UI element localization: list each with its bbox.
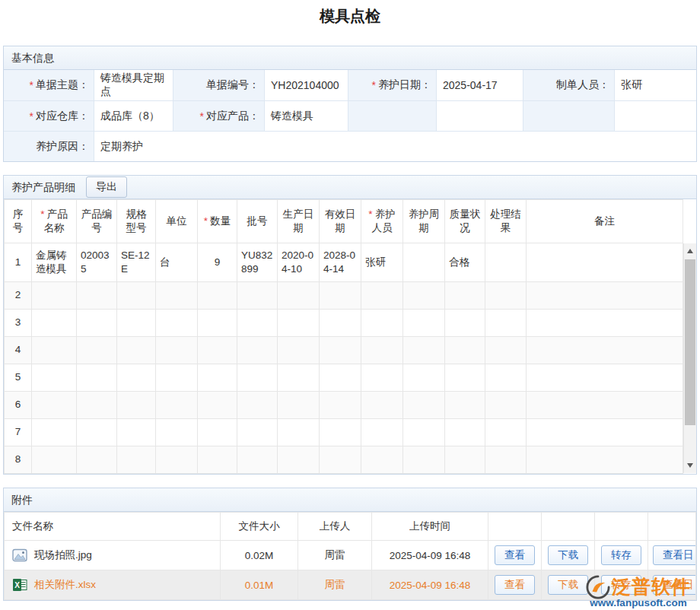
empty-value-cell [437, 101, 523, 132]
basic-info-panel: 基本信息 *单据主题： 铸造模具定期点 单据编号： YH202104000 *养… [3, 46, 697, 162]
cell-unit[interactable]: 台 [156, 243, 198, 282]
col-prod-date: 生产日期 [278, 200, 320, 243]
empty-cell [527, 419, 683, 446]
cell-product-code[interactable]: 020035 [77, 243, 117, 282]
empty-cell [445, 364, 485, 392]
detail-section-title: 养护产品明细 [11, 176, 75, 199]
required-marker: * [204, 215, 208, 227]
empty-cell [77, 446, 117, 474]
basic-info-grid: *单据主题： 铸造模具定期点 单据编号： YH202104000 *养护日期： … [4, 70, 696, 161]
col-action-3 [595, 513, 648, 541]
required-marker: * [368, 208, 372, 220]
empty-cell [320, 419, 361, 446]
cell-remark[interactable] [527, 243, 683, 282]
empty-cell [32, 392, 77, 419]
cell-seq: 1 [5, 243, 32, 282]
download-button[interactable]: 下载 [548, 545, 588, 565]
col-upload-time: 上传时间 [372, 513, 488, 541]
col-action-1 [488, 513, 542, 541]
view-button[interactable]: 查看 [495, 575, 535, 595]
empty-cell [32, 337, 77, 364]
empty-cell [527, 282, 683, 310]
empty-cell [117, 282, 156, 310]
product-value[interactable]: 铸造模具 [265, 101, 348, 132]
file-name-cell[interactable]: X 相关附件.xlsx [5, 570, 221, 600]
empty-cell [527, 337, 683, 364]
col-qty: *数量 [198, 200, 237, 243]
empty-cell [403, 310, 445, 337]
required-marker: * [40, 208, 44, 220]
empty-cell [320, 392, 361, 419]
empty-cell [403, 282, 445, 310]
empty-cell [77, 282, 117, 310]
date-value[interactable]: 2025-04-17 [437, 70, 523, 101]
transfer-button[interactable]: 转存 [601, 545, 641, 565]
col-batch: 批号 [237, 200, 278, 243]
col-file-size: 文件大小 [221, 513, 298, 541]
empty-cell [77, 364, 117, 392]
scrollbar-up-icon[interactable] [684, 245, 696, 257]
detail-empty-row: 6 [5, 392, 683, 419]
empty-cell [278, 419, 320, 446]
empty-cell [278, 364, 320, 392]
empty-cell [445, 392, 485, 419]
required-marker: * [372, 79, 376, 91]
cell-spec[interactable]: SE-12E [117, 243, 156, 282]
creator-label: 制单人员： [523, 70, 615, 101]
file-name-cell[interactable]: 现场拍照.jpg [5, 541, 221, 570]
reason-value[interactable]: 定期养护 [94, 132, 696, 161]
cell-batch[interactable]: YU832899 [237, 243, 278, 282]
col-spec: 规格型号 [117, 200, 156, 243]
page-title: 模具点检 [3, 6, 697, 27]
warehouse-value[interactable]: 成品库（8） [94, 101, 173, 132]
table-scrollbar[interactable] [683, 243, 696, 473]
cell-quality[interactable]: 合格 [445, 243, 485, 282]
empty-cell [237, 446, 278, 474]
code-value[interactable]: YH202104000 [265, 70, 348, 101]
empty-cell [445, 446, 485, 474]
col-unit: 单位 [156, 200, 198, 243]
attachment-row-jpg: 现场拍照.jpg 0.02M 周雷 2025-04-09 16:48 查看 下载… [5, 541, 696, 570]
export-button[interactable]: 导出 [86, 176, 127, 198]
col-seq: 序号 [5, 200, 32, 243]
cell-qty[interactable]: 9 [198, 243, 237, 282]
empty-cell [32, 364, 77, 392]
empty-cell [361, 310, 403, 337]
excel-file-icon: X [12, 577, 27, 593]
watermark-url: www.fanpusoft.com [578, 597, 698, 608]
cell-maintainer[interactable]: 张研 [361, 243, 403, 282]
empty-cell [485, 310, 527, 337]
view-log-button[interactable]: 查看日 [653, 545, 696, 565]
empty-cell [485, 282, 527, 310]
empty-cell [117, 364, 156, 392]
col-valid-date: 有效日期 [320, 200, 361, 243]
cell-seq: 5 [5, 364, 32, 392]
scrollbar-down-icon[interactable] [684, 459, 696, 472]
cell-product-name[interactable]: 金属铸造模具 [32, 243, 77, 282]
col-product-name: *产品名称 [32, 200, 77, 243]
empty-cell [198, 337, 237, 364]
cell-valid-date[interactable]: 2028-04-14 [320, 243, 361, 282]
empty-cell [527, 364, 683, 392]
creator-value[interactable]: 张研 [615, 70, 696, 101]
empty-cell [156, 446, 198, 474]
empty-cell [485, 392, 527, 419]
subject-value[interactable]: 铸造模具定期点 [94, 70, 173, 101]
cell-prod-date[interactable]: 2020-04-10 [278, 243, 320, 282]
cell-result[interactable] [485, 243, 527, 282]
empty-cell [361, 446, 403, 474]
empty-cell [485, 364, 527, 392]
scrollbar-thumb[interactable] [685, 259, 695, 425]
empty-cell [237, 392, 278, 419]
empty-cell [117, 337, 156, 364]
empty-cell [77, 392, 117, 419]
empty-cell [485, 419, 527, 446]
detail-empty-row: 4 [5, 337, 683, 364]
view-button[interactable]: 查看 [495, 545, 535, 565]
empty-cell [320, 446, 361, 474]
file-upload-time: 2025-04-09 16:48 [372, 541, 488, 570]
empty-cell [198, 446, 237, 474]
empty-cell [237, 310, 278, 337]
empty-cell [156, 337, 198, 364]
cell-cycle[interactable] [403, 243, 445, 282]
